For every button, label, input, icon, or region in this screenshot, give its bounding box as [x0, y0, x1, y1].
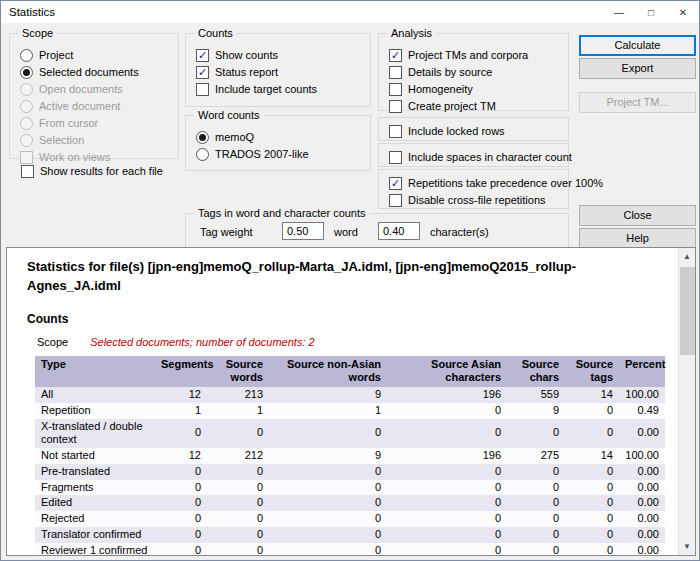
table-header-cell: Segments — [155, 356, 207, 387]
option-label: Create project TM — [408, 100, 496, 112]
scope-group-label: Scope — [18, 27, 57, 39]
radio-dot — [23, 69, 30, 76]
scroll-up-icon[interactable]: ▲ — [679, 248, 695, 265]
value-cell: 0.49 — [619, 403, 665, 419]
row-type-label: Repetition — [35, 403, 155, 419]
checkbox-create-project-tm[interactable]: Create project TM — [389, 98, 568, 114]
value-cell: 0 — [269, 495, 387, 511]
value-cell: 0 — [155, 495, 207, 511]
radio-project[interactable]: Project — [20, 47, 178, 63]
scroll-down-icon[interactable]: ▼ — [679, 538, 695, 555]
value-cell: 212 — [207, 448, 269, 464]
checkbox-status-report[interactable]: ✓Status report — [196, 64, 370, 80]
checkbox-icon — [389, 66, 402, 79]
value-cell: 0 — [269, 511, 387, 527]
checkbox-show-counts[interactable]: ✓Show counts — [196, 47, 370, 63]
checkbox-include-target-counts[interactable]: Include target counts — [196, 81, 370, 97]
checkbox-icon — [21, 165, 34, 178]
checkbox-homogeneity[interactable]: Homogeneity — [389, 81, 568, 97]
word-counts-group: Word counts memoQTRADOS 2007-like — [185, 115, 371, 171]
value-cell: 213 — [207, 387, 269, 403]
row-type-label: Reviewer 1 confirmed — [35, 543, 155, 556]
value-cell: 0 — [565, 464, 619, 480]
option-label: Show results for each file — [40, 165, 163, 177]
option-label: Details by source — [408, 66, 492, 78]
value-cell: 0 — [387, 464, 507, 480]
option-label: Active document — [39, 100, 120, 112]
value-cell: 0 — [387, 527, 507, 543]
row-type-label: X-translated / double context — [35, 419, 155, 449]
value-cell: 0 — [155, 480, 207, 496]
row-type-label: Fragments — [35, 480, 155, 496]
row-type-label: Rejected — [35, 511, 155, 527]
counts-options: ✓Show counts✓Status reportInclude target… — [186, 34, 370, 97]
value-cell: 9 — [507, 403, 565, 419]
repetitions-box: ✓Repetitions take precedence over 100%Di… — [378, 169, 569, 209]
value-cell: 0 — [507, 495, 565, 511]
checkbox-project-tms-and-corpora[interactable]: ✓Project TMs and corpora — [389, 47, 568, 63]
radio-selected-documents[interactable]: Selected documents — [20, 64, 178, 80]
radio-memoq[interactable]: memoQ — [196, 129, 370, 145]
value-cell: 0 — [387, 495, 507, 511]
vertical-scrollbar[interactable]: ▲ ▼ — [678, 248, 695, 555]
radio-trados-2007-like[interactable]: TRADOS 2007-like — [196, 146, 370, 162]
repetitions-options: ✓Repetitions take precedence over 100%Di… — [379, 170, 568, 208]
scope-summary-value: Selected documents; number of documents:… — [90, 336, 314, 348]
checkbox-disable-cross-file-repetitions[interactable]: Disable cross-file repetitions — [389, 192, 568, 208]
value-cell: 100.00 — [619, 387, 665, 403]
radio-icon — [20, 66, 33, 79]
scope-options: ProjectSelected documentsOpen documentsA… — [10, 34, 178, 165]
scope-summary-row: Scope Selected documents; number of docu… — [37, 336, 672, 348]
calculate-button[interactable]: Calculate — [579, 35, 696, 56]
value-cell: 0 — [207, 495, 269, 511]
row-type-label: Not started — [35, 448, 155, 464]
row-type-label: All — [35, 387, 155, 403]
checkbox-details-by-source[interactable]: Details by source — [389, 64, 568, 80]
tag-weight-label: Tag weight — [200, 226, 253, 238]
value-cell: 0.00 — [619, 543, 665, 556]
tag-weight-word-input[interactable] — [282, 222, 324, 240]
checkbox-show-results-for-each-file[interactable]: Show results for each file — [21, 163, 163, 179]
maximize-icon[interactable]: □ — [635, 1, 667, 23]
tag-weight-char-input[interactable] — [378, 222, 420, 240]
value-cell: 196 — [387, 448, 507, 464]
checkbox-icon — [196, 83, 209, 96]
option-label: From cursor — [39, 117, 98, 129]
radio-icon — [20, 134, 33, 147]
radio-icon — [20, 49, 33, 62]
help-button[interactable]: Help — [579, 228, 696, 249]
value-cell: 0 — [387, 511, 507, 527]
close-button[interactable]: Close — [579, 205, 696, 226]
option-label: Include target counts — [215, 83, 317, 95]
counts-section-title: Counts — [27, 312, 672, 326]
scrollbar-thumb[interactable] — [680, 267, 695, 355]
analysis-options: ✓Project TMs and corporaDetails by sourc… — [379, 34, 568, 114]
checkbox-include-spaces-in-character-count[interactable]: Include spaces in character count — [389, 149, 568, 165]
character-unit-label: character(s) — [430, 226, 489, 238]
locked-rows-options: Include locked rows — [379, 118, 568, 139]
checkbox-repetitions-take-precedence-over-100[interactable]: ✓Repetitions take precedence over 100% — [389, 175, 568, 191]
option-label: Repetitions take precedence over 100% — [408, 177, 603, 189]
value-cell: 0 — [507, 464, 565, 480]
value-cell: 0 — [269, 480, 387, 496]
value-cell: 0 — [207, 419, 269, 449]
value-cell: 196 — [387, 387, 507, 403]
scope-summary-label: Scope — [37, 336, 68, 348]
project-tm-button: Project TM... — [579, 92, 696, 113]
table-row: Not started12212919627514100.00 — [35, 448, 665, 464]
value-cell: 0 — [155, 419, 207, 449]
table-row: Reviewer 1 confirmed0000000.00 — [35, 543, 665, 556]
value-cell: 0 — [565, 527, 619, 543]
option-label: Disable cross-file repetitions — [408, 194, 546, 206]
checkbox-include-locked-rows[interactable]: Include locked rows — [389, 123, 568, 139]
minimize-icon[interactable]: — — [603, 1, 635, 23]
export-button[interactable]: Export — [579, 58, 696, 79]
table-header-cell: Source Asian characters — [387, 356, 507, 387]
value-cell: 559 — [507, 387, 565, 403]
close-icon[interactable]: ✕ — [667, 1, 699, 23]
counts-group-label: Counts — [194, 27, 237, 39]
table-row: All12213919655914100.00 — [35, 387, 665, 403]
statistics-table: TypeSegmentsSource wordsSource non-Asian… — [35, 356, 665, 556]
table-row: Edited0000000.00 — [35, 495, 665, 511]
option-label: Homogeneity — [408, 83, 473, 95]
